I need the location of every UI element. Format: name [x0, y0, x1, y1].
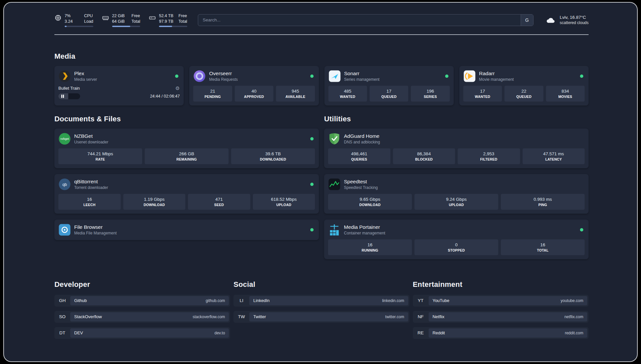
app-name: Radarr	[479, 71, 577, 76]
qbittorrent-card[interactable]: qb qBittorrent Torrent downloader 16 LEE…	[54, 174, 319, 214]
topbar-divider	[54, 34, 589, 35]
stat-value: 21	[210, 89, 215, 94]
app-desc: Usenet downloader	[74, 140, 307, 144]
app-desc: Torrent downloader	[74, 185, 307, 190]
bookmark-stackoverflow[interactable]: SO StackOverflow stackoverflow.com	[54, 311, 230, 323]
search-input[interactable]	[198, 15, 521, 26]
stat-label: APPROVED	[244, 95, 264, 99]
speedtest-stats: 9.65 Gbps DOWNLOAD 9.24 Gbps UPLOAD 0.99…	[328, 194, 585, 210]
adguard-card[interactable]: AdGuard Home DNS and adblocking 498,461 …	[324, 129, 589, 168]
stat-value: 16	[87, 197, 92, 202]
stat-label: LATENCY	[545, 157, 562, 161]
cpu-usage-value: 7%	[65, 13, 80, 19]
stat-wanted: 485 WANTED	[328, 86, 367, 102]
stat-label: WANTED	[475, 95, 490, 99]
status-dot	[310, 137, 314, 140]
disk-usage-bar	[159, 26, 187, 27]
stat-label: DOWNLOAD	[143, 203, 165, 207]
bookmark-name: StackOverflow	[74, 314, 193, 319]
app-name: Sonarr	[344, 71, 442, 76]
stat-value: 618.52 Mbps	[271, 197, 297, 202]
stat-downloaded: 39.6 TB DOWNLOADED	[231, 148, 315, 164]
status-dot	[175, 75, 178, 78]
bookmark-name: Reddit	[433, 330, 565, 335]
stat-rate: 744.21 Mbps RATE	[58, 148, 142, 164]
stat-value: 834	[562, 89, 569, 94]
stat-label: QUEUED	[516, 95, 532, 99]
bookmark-netflix[interactable]: NF Netflix netflix.com	[413, 311, 589, 323]
radarr-card-header: Radarr Movie management	[463, 70, 585, 82]
stat-blocked: 86,384 BLOCKED	[393, 148, 455, 164]
portainer-card[interactable]: Media Portainer Container management 16 …	[324, 220, 589, 259]
stat-value: 485	[344, 89, 351, 94]
documents-section-title: Documents & Files	[54, 115, 319, 123]
disk-icon	[149, 14, 156, 21]
portainer-stats: 16 RUNNING 0 STOPPED 16 TOTAL	[328, 239, 585, 255]
plex-card[interactable]: Plex Media server Bullet Train ⚙ 24:44 /…	[54, 66, 184, 106]
stat-queued: 17 QUEUED	[370, 86, 408, 102]
bookmark-linkedin[interactable]: LI LinkedIn linkedin.com	[233, 295, 409, 307]
stat-value: 0	[455, 242, 458, 247]
sonarr-stats: 485 WANTED 17 QUEUED 196 SERIES	[328, 86, 450, 102]
bookmark-url: twitter.com	[385, 315, 404, 319]
stat-label: RATE	[96, 157, 105, 161]
pause-icon[interactable]	[61, 95, 64, 98]
stat-value: 196	[427, 89, 434, 94]
search-engine-button[interactable]: G	[521, 15, 533, 26]
nzbget-card[interactable]: nzbget NZBGet Usenet downloader 744.21 M…	[54, 129, 319, 168]
stat-value: 22	[521, 89, 526, 94]
stat-label: AVAILABLE	[286, 95, 305, 99]
bookmark-github[interactable]: GH Github github.com	[54, 295, 230, 307]
nzbget-card-header: nzbget NZBGet Usenet downloader	[58, 133, 315, 145]
bookmark-name: Netflix	[433, 314, 565, 319]
stat-label: QUERIES	[351, 157, 367, 161]
stat-value: 16	[540, 242, 545, 247]
bookmark-name: Github	[74, 298, 206, 303]
radarr-card[interactable]: Radarr Movie management 17 WANTED 22 QUE…	[459, 66, 589, 106]
bookmarks-developer: Developer GH Github github.com SO StackO…	[54, 280, 230, 343]
bookmark-twitter[interactable]: TW Twitter twitter.com	[233, 311, 409, 323]
stat-value: 39.6 TB	[265, 151, 281, 156]
stat-download: 9.65 Gbps DOWNLOAD	[328, 194, 412, 210]
app-name: Overseerr	[209, 71, 307, 76]
bookmark-abbr: YT	[413, 298, 429, 303]
seek-bar[interactable]	[58, 93, 80, 99]
stat-stopped: 0 STOPPED	[414, 239, 498, 255]
adguard-icon	[328, 133, 341, 145]
ram-icon	[102, 14, 109, 21]
bookmark-dev[interactable]: DT DEV dev.to	[54, 327, 230, 339]
bookmark-youtube[interactable]: YT YouTube youtube.com	[413, 295, 589, 307]
svg-text:qb: qb	[62, 182, 67, 187]
stat-pending: 21 PENDING	[193, 86, 232, 102]
sonarr-card[interactable]: Sonarr Series management 485 WANTED 17 Q…	[324, 66, 454, 106]
stat-label: QUEUED	[382, 95, 397, 99]
ram-free-value: 22 GiB	[112, 13, 127, 19]
filebrowser-card[interactable]: File Browser Media File Management	[54, 220, 319, 240]
speedtest-card[interactable]: Speedtest Speedtest Tracking 9.65 Gbps D…	[324, 174, 589, 214]
stat-label: LEECH	[83, 203, 96, 207]
stat-value: 945	[292, 89, 299, 94]
cpu-label: CPU	[84, 13, 93, 19]
disk-free-value: 52.4 TB	[159, 13, 174, 19]
bookmark-reddit[interactable]: RE Reddit reddit.com	[413, 327, 589, 339]
qbittorrent-stats: 16 LEECH 1.19 Gbps DOWNLOAD 471 SEED 6	[58, 194, 315, 210]
overseerr-card[interactable]: Overseerr Media Requests 21 PENDING 40 A…	[189, 66, 319, 106]
app-desc: Movie management	[479, 77, 577, 82]
gear-icon[interactable]: ⚙	[175, 86, 180, 91]
speedtest-card-header: Speedtest Speedtest Tracking	[328, 178, 585, 191]
app-desc: Media File Management	[74, 231, 307, 235]
utilities-column: Utilities AdGuard Home DNS and adblockin…	[324, 107, 589, 265]
app-desc: Media Requests	[209, 77, 307, 82]
stat-label: WANTED	[340, 95, 355, 99]
bookmark-abbr: GH	[54, 298, 70, 303]
portainer-icon	[328, 224, 341, 236]
bookmark-abbr: DT	[54, 330, 70, 335]
bookmark-url: github.com	[206, 298, 225, 303]
stat-movies: 834 MOVIES	[546, 86, 585, 102]
ram-usage-bar	[112, 26, 140, 27]
status-dot	[580, 75, 583, 78]
stat-value: 9.24 Gbps	[446, 197, 467, 202]
cloud-icon	[544, 15, 557, 25]
stat-label: RUNNING	[362, 248, 378, 252]
stat-label: TOTAL	[537, 248, 548, 252]
